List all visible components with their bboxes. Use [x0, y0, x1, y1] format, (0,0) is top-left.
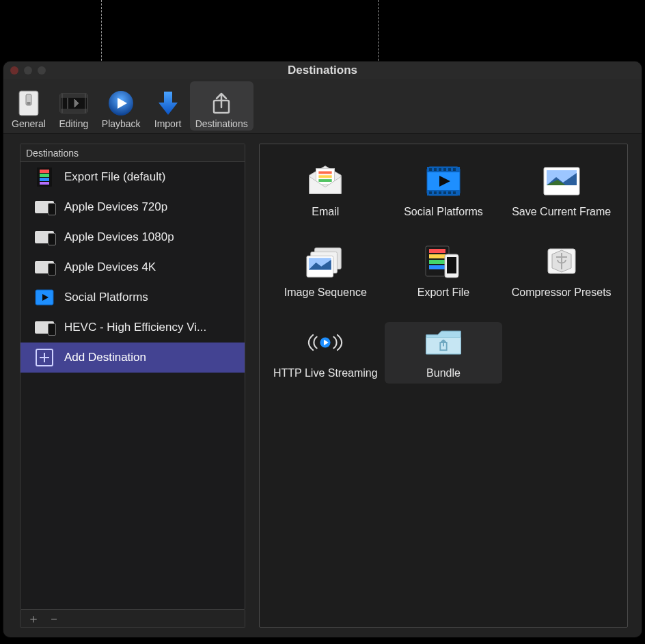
svg-rect-18 [319, 172, 332, 174]
list-item-social[interactable]: Social Platforms [20, 282, 245, 312]
list-header: Destinations [20, 144, 245, 162]
devices-icon [34, 317, 55, 338]
destinations-sidebar: Destinations Export File ( [20, 144, 245, 628]
tile-email[interactable]: Email [266, 161, 385, 222]
bundle-folder-icon [424, 326, 463, 359]
image-stack-icon [305, 245, 345, 278]
destinations-icon [210, 88, 233, 118]
svg-rect-5 [60, 109, 87, 113]
tile-save-frame[interactable]: Save Current Frame [502, 161, 620, 222]
export-file-icon [424, 245, 463, 278]
svg-rect-14 [40, 182, 49, 185]
list-item-label: HEVC - High Efficiency Vi... [64, 321, 212, 334]
editing-icon [58, 88, 90, 118]
tile-label: Bundle [426, 367, 461, 379]
image-frame-icon [542, 165, 581, 198]
destinations-list: Destinations Export File ( [20, 144, 245, 610]
svg-rect-35 [453, 191, 456, 194]
devices-icon [34, 197, 55, 217]
svg-rect-12 [40, 174, 49, 177]
svg-rect-11 [40, 170, 49, 173]
tab-general[interactable]: General [6, 81, 51, 131]
svg-rect-45 [429, 260, 445, 264]
tile-bundle[interactable]: Bundle [385, 322, 503, 384]
tile-label: Social Platforms [404, 206, 483, 218]
compressor-icon [542, 245, 581, 278]
add-icon [34, 347, 55, 368]
svg-rect-29 [453, 168, 456, 171]
svg-rect-31 [434, 191, 437, 194]
tile-compressor[interactable]: Compressor Presets [502, 241, 620, 303]
tile-image-sequence[interactable]: Image Sequence [266, 241, 385, 303]
social-icon [424, 165, 463, 198]
tab-destinations[interactable]: Destinations [190, 81, 253, 131]
tile-label: HTTP Live Streaming [273, 367, 378, 379]
svg-rect-30 [429, 191, 432, 194]
list-item-label: Add Destination [64, 351, 152, 364]
devices-icon [34, 227, 55, 247]
tile-label: Compressor Presets [512, 286, 612, 299]
svg-rect-33 [443, 191, 446, 194]
templates-grid: Email Social Platforms [260, 144, 627, 400]
list-item-label: Apple Devices 4K [64, 260, 161, 274]
svg-rect-32 [439, 191, 441, 194]
window-body: Destinations Export File ( [3, 134, 642, 637]
svg-rect-28 [448, 168, 451, 171]
tab-editing[interactable]: Editing [53, 81, 95, 131]
list-item-4k[interactable]: Apple Devices 4K [20, 252, 245, 282]
list-item-add-destination[interactable]: Add Destination [20, 343, 245, 373]
svg-rect-46 [429, 265, 445, 269]
list-body: Export File (default) Apple Devices 720p… [20, 162, 245, 609]
titlebar: Destinations [3, 62, 642, 79]
devices-icon [34, 257, 55, 278]
tile-social[interactable]: Social Platforms [385, 161, 503, 222]
svg-rect-2 [27, 102, 30, 105]
svg-rect-27 [443, 168, 446, 171]
tab-import[interactable]: Import [148, 81, 189, 131]
tab-playback[interactable]: Playback [96, 81, 146, 131]
email-icon [305, 165, 345, 198]
svg-rect-20 [319, 179, 332, 182]
add-button[interactable]: ＋ [27, 613, 40, 625]
tab-label: General [12, 118, 46, 129]
http-live-streaming-icon [305, 326, 345, 359]
tile-hls[interactable]: HTTP Live Streaming [266, 322, 385, 384]
list-item-720p[interactable]: Apple Devices 720p [20, 192, 245, 222]
playback-icon [107, 88, 135, 118]
tab-label: Playback [102, 118, 141, 129]
list-item-label: Apple Devices 720p [64, 200, 173, 214]
tab-label: Import [154, 118, 182, 129]
tab-label: Destinations [195, 118, 248, 129]
list-item-1080p[interactable]: Apple Devices 1080p [20, 222, 245, 252]
list-item-label: Social Platforms [64, 291, 154, 304]
general-icon [16, 88, 41, 118]
tile-label: Email [312, 206, 339, 218]
social-icon [34, 287, 55, 308]
svg-rect-43 [429, 249, 445, 253]
svg-rect-48 [447, 257, 456, 273]
tile-export-file[interactable]: Export File [385, 241, 503, 303]
svg-rect-26 [439, 168, 441, 171]
tab-label: Editing [59, 118, 88, 129]
list-item-hevc[interactable]: HEVC - High Efficiency Vi... [20, 312, 245, 343]
svg-rect-25 [434, 168, 437, 171]
film-strip-icon [34, 167, 55, 187]
window-title: Destinations [3, 64, 642, 77]
list-footer: ＋ － [20, 610, 245, 628]
tile-label: Image Sequence [284, 286, 367, 299]
preferences-toolbar: General Editing [3, 79, 642, 134]
tile-label: Save Current Frame [512, 206, 611, 218]
tile-label: Export File [417, 286, 469, 299]
svg-rect-19 [319, 175, 332, 178]
preferences-window: Destinations General [3, 62, 642, 637]
list-item-label: Export File (default) [64, 170, 171, 184]
svg-rect-13 [40, 178, 49, 181]
remove-button[interactable]: － [48, 613, 60, 625]
svg-rect-4 [60, 94, 87, 98]
svg-rect-44 [429, 254, 445, 258]
svg-rect-34 [448, 191, 451, 194]
list-item-export-file[interactable]: Export File (default) [20, 162, 245, 192]
import-icon [154, 88, 182, 118]
destination-templates-panel: Email Social Platforms [259, 144, 628, 628]
svg-rect-24 [429, 168, 432, 171]
